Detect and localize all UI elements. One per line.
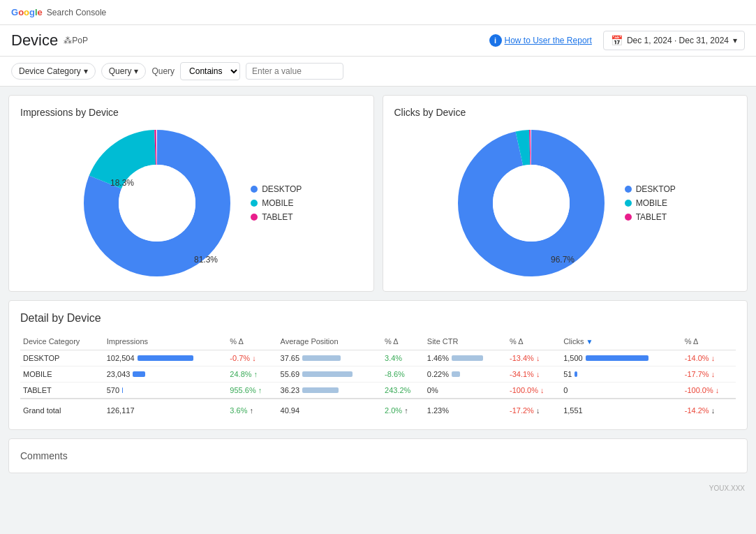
clicks-tablet-label: TABLET [636, 212, 667, 222]
clicks-donut-svg: 96.7% [454, 126, 608, 280]
site-ctr-cell: 0.22% [424, 366, 507, 383]
grand-total-ctr-delta-value: -17.2% [510, 406, 534, 415]
ctr-delta: -34.1% ↓ [507, 366, 561, 383]
filter-value-input[interactable] [246, 63, 343, 80]
legend-tablet: TABLET [251, 212, 302, 222]
device-category-label: Device Category [19, 66, 81, 76]
clicks-legend-desktop: DESKTOP [625, 184, 676, 194]
pop-badge: ⁂PoP [64, 36, 88, 45]
col-site-ctr: Site CTR [424, 333, 507, 350]
desktop-dot [251, 186, 258, 193]
clicks-delta: -100.0% ↓ [682, 383, 736, 399]
imp-delta: 955.6% ↑ [227, 383, 277, 399]
tablet-label: TABLET [262, 212, 292, 222]
header-right: i How to User the Report 📅 Dec 1, 2024 ·… [489, 31, 746, 50]
date-range-label: Dec 1, 2024 · Dec 31, 2024 [627, 36, 729, 45]
table-row: TABLET 570 955.6% ↑ 36.23 243.2% 0% [20, 383, 736, 399]
device-name: MOBILE [20, 366, 104, 383]
tablet-dot [251, 214, 258, 221]
desktop-label: DESKTOP [262, 184, 302, 194]
clicks-legend-tablet: TABLET [625, 212, 676, 222]
impressions-cell: 23,043 [104, 366, 228, 383]
grand-total-clicks: 1,551 [561, 399, 682, 418]
clicks-mobile-label: MOBILE [636, 198, 667, 208]
svg-text:96.7%: 96.7% [551, 255, 575, 265]
table-row: MOBILE 23,043 24.8% ↑ 55.69 -8.6% 0.22% [20, 366, 736, 383]
clicks-delta: -14.0% ↓ [682, 350, 736, 366]
impressions-cell: 102,504 [104, 350, 228, 366]
device-category-chevron: ▾ [84, 66, 88, 76]
clicks-delta: -17.7% ↓ [682, 366, 736, 383]
table-header-row: Device Category Impressions % Δ Average … [20, 333, 736, 350]
clicks-chart-title: Clicks by Device [394, 107, 736, 118]
site-ctr-cell: 1.46% [424, 350, 507, 366]
clicks-cell: 1,500 [561, 350, 682, 366]
clicks-cell: 51 [561, 366, 682, 383]
impressions-chart-card: Impressions by Device 81.3% 18.3% DESK [8, 95, 374, 292]
mobile-dot [251, 200, 258, 207]
chevron-down-icon: ▾ [733, 36, 737, 45]
grand-total-pos-delta-value: 2.0% [385, 406, 402, 415]
avg-pos-cell: 55.69 [278, 366, 383, 383]
query-text-label: Query [151, 66, 175, 76]
grand-total-clicks-delta: -14.2% ↓ [682, 399, 736, 418]
query-filter[interactable]: Query ▾ [101, 63, 147, 80]
table-row: DESKTOP 102,504 -0.7% ↓ 37.65 3.4% 1.46% [20, 350, 736, 366]
clicks-desktop-dot [625, 186, 632, 193]
comments-title: Comments [20, 450, 736, 461]
detail-section: Detail by Device Device Category Impress… [8, 300, 748, 430]
site-ctr-cell: 0% [424, 383, 507, 399]
help-link[interactable]: How to User the Report [505, 36, 592, 45]
grand-total-label: Grand total [20, 399, 104, 418]
date-picker[interactable]: 📅 Dec 1, 2024 · Dec 31, 2024 ▾ [603, 31, 745, 50]
clicks-legend: DESKTOP MOBILE TABLET [625, 184, 676, 222]
col-pct-delta-imp: % Δ [227, 333, 277, 350]
sort-arrow-clicks: ▼ [586, 338, 593, 346]
calendar-icon: 📅 [611, 35, 623, 46]
avg-pos-cell: 36.23 [278, 383, 383, 399]
impressions-chart-title: Impressions by Device [20, 107, 362, 118]
clicks-legend-mobile: MOBILE [625, 198, 676, 208]
legend-desktop: DESKTOP [251, 184, 302, 194]
comments-section: Comments [8, 438, 748, 473]
impressions-cell: 570 [104, 383, 228, 399]
grand-total-pos-delta: 2.0% ↑ [382, 399, 424, 418]
grand-total-imp-delta: 3.6% ↑ [227, 399, 277, 418]
contains-select[interactable]: Contains [180, 62, 240, 80]
grand-total-impressions: 126,117 [104, 399, 228, 418]
svg-text:18.3%: 18.3% [110, 178, 134, 188]
impressions-legend: DESKTOP MOBILE TABLET [251, 184, 302, 222]
avg-pos-cell: 37.65 [278, 350, 383, 366]
clicks-cell: 0 [561, 383, 682, 399]
device-category-filter[interactable]: Device Category ▾ [11, 63, 96, 80]
svg-text:81.3%: 81.3% [194, 255, 218, 265]
google-logo: Google [11, 7, 43, 17]
detail-table: Device Category Impressions % Δ Average … [20, 333, 736, 418]
clicks-tablet-dot [625, 214, 632, 221]
imp-delta: 24.8% ↑ [227, 366, 277, 383]
query-label: Query [109, 66, 132, 76]
mobile-label: MOBILE [262, 198, 293, 208]
clicks-desktop-label: DESKTOP [636, 184, 676, 194]
device-name: DESKTOP [20, 350, 104, 366]
col-impressions: Impressions [104, 333, 228, 350]
col-pct-delta-ctr: % Δ [507, 333, 561, 350]
page-title: Device [11, 31, 58, 50]
page-header: Device ⁂PoP i How to User the Report 📅 D… [0, 25, 756, 57]
search-console-label: Search Console [47, 8, 106, 17]
top-bar: Google Search Console [0, 0, 756, 25]
impressions-donut-svg: 81.3% 18.3% [80, 126, 234, 280]
ctr-delta: -100.0% ↓ [507, 383, 561, 399]
pos-delta: 243.2% [382, 383, 424, 399]
grand-total-row: Grand total 126,117 3.6% ↑ 40.94 2.0% ↑ … [20, 399, 736, 418]
footer-brand: YOUX.XXX [709, 484, 745, 492]
col-pct-delta-pos: % Δ [382, 333, 424, 350]
grand-total-imp-delta-value: 3.6% [230, 406, 247, 415]
device-name: TABLET [20, 383, 104, 399]
svg-point-9 [493, 165, 570, 242]
clicks-chart-card: Clicks by Device 96.7% DESKTOP MOB [383, 95, 748, 292]
col-avg-position: Average Position [278, 333, 383, 350]
legend-mobile: MOBILE [251, 198, 302, 208]
ctr-delta: -13.4% ↓ [507, 350, 561, 366]
query-chevron: ▾ [134, 66, 138, 76]
